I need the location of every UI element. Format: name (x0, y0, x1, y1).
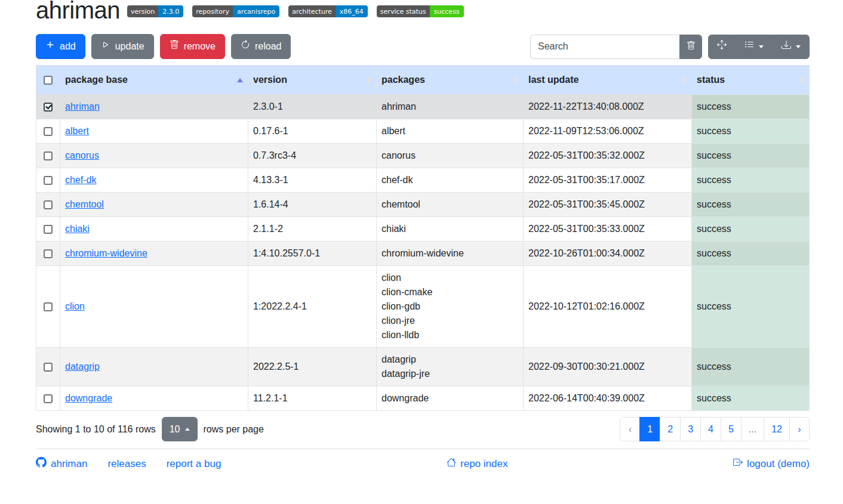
package-name: ahriman (381, 100, 518, 114)
pagination-page-4[interactable]: 4 (700, 417, 721, 441)
column-header-status[interactable]: status (692, 66, 810, 95)
last-update-cell: 2022-10-26T01:00:34.000Z (524, 242, 692, 266)
table-row: chiaki2.1.1-2chiaki2022-05-31T00:35:33.0… (36, 217, 810, 242)
package-base-link[interactable]: canorus (65, 150, 99, 160)
releases-link[interactable]: releases (107, 458, 146, 470)
plus-icon (45, 39, 55, 54)
page-size-dropdown[interactable]: 10 (162, 417, 198, 441)
row-checkbox[interactable] (44, 200, 53, 209)
packages-cell: downgrade (377, 386, 524, 411)
package-base-cell: canorus (60, 144, 248, 168)
status-badges: version2.3.0repositoryarcanisrepoarchite… (127, 5, 464, 17)
arrows-move-icon (717, 39, 727, 54)
columns-dropdown-button[interactable] (736, 35, 773, 59)
logout-link[interactable]: logout (demo) (733, 457, 810, 470)
package-base-link[interactable]: albert (65, 126, 89, 136)
row-checkbox[interactable] (44, 225, 53, 234)
packages-cell: canorus (377, 144, 524, 168)
checkbox-cell (36, 386, 60, 411)
package-name: chef-dk (381, 173, 518, 187)
package-base-link[interactable]: downgrade (65, 393, 112, 403)
repo-index-link[interactable]: repo index (447, 457, 507, 470)
pagination-page-12[interactable]: 12 (764, 417, 790, 441)
badge-label: service status (377, 5, 430, 17)
footer-links: ahriman releases report a bug repo index… (36, 449, 810, 478)
pagination-page-3[interactable]: 3 (680, 417, 701, 441)
package-base-link[interactable]: chromium-widevine (65, 248, 147, 258)
packages-cell: albert (377, 119, 524, 144)
fullscreen-button[interactable] (708, 35, 736, 59)
pagination-page-5[interactable]: 5 (721, 417, 742, 441)
list-icon (744, 39, 754, 54)
sort-icon (682, 76, 687, 84)
status-cell: success (692, 348, 810, 386)
pagination-page-1[interactable]: 1 (639, 417, 660, 441)
report-bug-link[interactable]: report a bug (167, 458, 221, 470)
package-base-cell: datagrip (60, 348, 248, 386)
table-row: downgrade11.2.1-1downgrade2022-06-14T00:… (36, 386, 810, 411)
column-header-last-update[interactable]: last update (524, 66, 692, 95)
package-base-link[interactable]: ahriman (65, 101, 100, 112)
package-base-link[interactable]: clion (65, 301, 85, 311)
select-all-checkbox[interactable] (44, 76, 53, 85)
version-cell: 1:2022.2.4-1 (248, 266, 377, 348)
table-row: canorus0.7.3rc3-4canorus2022-05-31T00:35… (36, 144, 810, 168)
add-button[interactable]: add (36, 34, 85, 59)
version-cell: 2.3.0-1 (248, 95, 377, 119)
package-base-link[interactable]: chiaki (65, 224, 90, 234)
row-checkbox[interactable] (44, 363, 53, 372)
last-update-cell: 2022-11-09T12:53:06.000Z (524, 119, 692, 144)
pagination: ‹12345...12› (620, 417, 810, 441)
pagination-prev[interactable]: ‹ (620, 417, 640, 441)
status-cell: success (692, 266, 810, 348)
row-checkbox[interactable] (44, 394, 53, 403)
version-cell: 0.7.3rc3-4 (248, 144, 377, 168)
search-input[interactable] (530, 35, 679, 59)
version-cell: 1.6.14-4 (248, 193, 377, 217)
reload-button[interactable]: reload (231, 34, 291, 59)
row-checkbox[interactable] (44, 127, 53, 136)
table-row: chemtool1.6.14-4chemtool2022-05-31T00:35… (36, 193, 810, 217)
package-base-cell: chef-dk (60, 168, 248, 193)
house-icon (447, 457, 456, 470)
last-update-cell: 2022-05-31T00:35:45.000Z (524, 193, 692, 217)
row-checkbox[interactable] (44, 176, 53, 185)
badge-version: version2.3.0 (127, 5, 183, 17)
badge-value: success (430, 5, 464, 17)
reload-icon (241, 39, 250, 54)
update-button[interactable]: update (91, 34, 154, 59)
package-base-cell: chromium-widevine (60, 242, 248, 266)
package-base-link[interactable]: chemtool (65, 199, 104, 209)
badge-architecture: architecturex86_64 (288, 5, 368, 17)
column-header-package-base[interactable]: package base (60, 66, 248, 95)
github-link[interactable]: ahriman (36, 457, 87, 471)
clear-search-button[interactable] (679, 35, 702, 59)
row-checkbox[interactable] (44, 302, 53, 311)
version-cell: 1:4.10.2557.0-1 (248, 242, 377, 266)
package-base-link[interactable]: chef-dk (65, 175, 96, 185)
export-dropdown-button[interactable] (773, 35, 810, 59)
status-cell: success (692, 217, 810, 242)
packages-cell: ahriman (377, 95, 524, 119)
pagination-page-2[interactable]: 2 (660, 417, 681, 441)
row-checkbox[interactable] (44, 151, 53, 160)
version-cell: 0.17.6-1 (248, 119, 377, 144)
rows-per-page-label: rows per page (204, 424, 264, 435)
version-cell: 11.2.1-1 (248, 386, 377, 411)
remove-button[interactable]: remove (160, 34, 225, 59)
last-update-cell: 2022-05-31T00:35:33.000Z (524, 217, 692, 242)
row-checkbox[interactable] (44, 103, 53, 112)
package-name: chiaki (381, 222, 518, 236)
column-header-packages[interactable]: packages (377, 66, 524, 95)
table-footer: Showing 1 to 10 of 116 rows 10 rows per … (36, 417, 810, 441)
row-checkbox[interactable] (44, 249, 53, 258)
package-base-link[interactable]: datagrip (65, 361, 100, 372)
column-header-version[interactable]: version (248, 66, 377, 95)
page-title: ahriman (36, 0, 120, 24)
chevron-down-icon (759, 45, 764, 48)
toolbar-search-area (530, 35, 810, 59)
packages-cell: clionclion-cmakeclion-gdbclion-jreclion-… (377, 266, 524, 348)
pagination-next[interactable]: › (789, 417, 810, 441)
chevron-up-icon (185, 428, 190, 431)
checkbox-cell (36, 242, 60, 266)
